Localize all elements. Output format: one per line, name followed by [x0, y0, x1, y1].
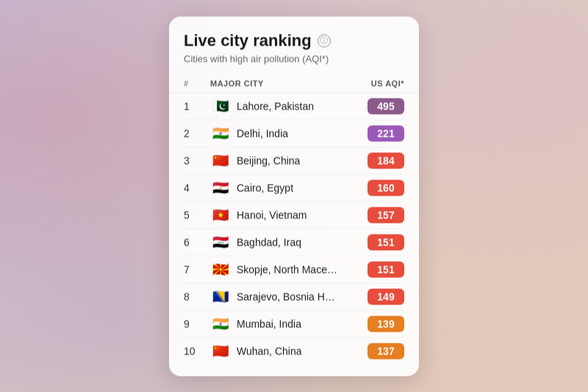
ranking-card: Live city ranking ⓘ Cities with high air… [169, 16, 419, 376]
table-row[interactable]: 3 🇨🇳 Beijing, China 184 [184, 147, 404, 174]
country-flag: 🇲🇰 [210, 263, 231, 277]
aqi-badge: 157 [345, 207, 404, 223]
table-body: 1 🇵🇰 Lahore, Pakistan 495 2 🇮🇳 Delhi, In… [169, 93, 419, 364]
aqi-value: 184 [368, 152, 404, 168]
aqi-badge: 151 [345, 234, 404, 250]
city-cell: 🇧🇦 Sarajevo, Bosnia Her... [210, 290, 345, 304]
city-cell: 🇨🇳 Beijing, China [210, 154, 345, 168]
aqi-badge: 149 [345, 288, 404, 304]
aqi-badge: 137 [345, 343, 404, 359]
table-row[interactable]: 1 🇵🇰 Lahore, Pakistan 495 [184, 93, 404, 120]
rank-number: 4 [184, 182, 210, 193]
aqi-value: 139 [368, 316, 404, 332]
aqi-badge: 151 [345, 261, 404, 277]
aqi-badge: 495 [345, 98, 404, 114]
city-name: Lahore, Pakistan [237, 100, 314, 112]
card-header: Live city ranking ⓘ Cities with high air… [169, 31, 419, 76]
city-name: Baghdad, Iraq [237, 236, 301, 248]
aqi-value: 151 [368, 261, 404, 277]
country-flag: 🇮🇳 [210, 317, 231, 331]
table-row[interactable]: 8 🇧🇦 Sarajevo, Bosnia Her... 149 [184, 283, 404, 310]
aqi-value: 157 [368, 207, 404, 223]
rank-number: 6 [184, 236, 210, 248]
country-flag: 🇪🇬 [210, 181, 231, 195]
info-icon[interactable]: ⓘ [318, 34, 331, 47]
country-flag: 🇮🇳 [210, 126, 231, 140]
aqi-value: 137 [368, 343, 404, 359]
aqi-value: 151 [368, 234, 404, 250]
city-cell: 🇮🇳 Delhi, India [210, 126, 345, 140]
country-flag: 🇵🇰 [210, 99, 231, 113]
table-row[interactable]: 9 🇮🇳 Mumbai, India 139 [184, 310, 404, 338]
aqi-badge: 139 [345, 316, 404, 332]
table-row[interactable]: 10 🇨🇳 Wuhan, China 137 [184, 338, 404, 364]
col-aqi-header: US AQI* [345, 79, 404, 88]
card-subtitle: Cities with high air pollution (AQI*) [184, 53, 404, 64]
rank-number: 2 [184, 127, 210, 139]
country-flag: 🇮🇶 [210, 235, 231, 249]
rank-number: 5 [184, 209, 210, 221]
city-name: Wuhan, China [237, 345, 301, 357]
card-title: Live city ranking [184, 31, 312, 50]
aqi-badge: 160 [345, 179, 404, 196]
table-header: # MAJOR CITY US AQI* [169, 76, 419, 93]
rank-number: 7 [184, 263, 210, 275]
rank-number: 1 [184, 100, 210, 112]
table-row[interactable]: 7 🇲🇰 Skopje, North Maced... 151 [184, 256, 404, 283]
rank-number: 8 [184, 291, 210, 302]
city-cell: 🇨🇳 Wuhan, China [210, 344, 345, 358]
city-name: Sarajevo, Bosnia Her... [237, 291, 340, 302]
table-row[interactable]: 6 🇮🇶 Baghdad, Iraq 151 [184, 229, 404, 256]
col-rank-header: # [184, 79, 210, 88]
rank-number: 10 [184, 345, 210, 357]
city-name: Hanoi, Vietnam [237, 209, 306, 221]
city-cell: 🇮🇶 Baghdad, Iraq [210, 235, 345, 249]
country-flag: 🇨🇳 [210, 344, 231, 358]
rank-number: 3 [184, 154, 210, 166]
aqi-value: 495 [368, 98, 404, 114]
title-row: Live city ranking ⓘ [184, 31, 404, 50]
city-name: Mumbai, India [237, 318, 301, 329]
city-name: Beijing, China [237, 154, 300, 166]
city-cell: 🇵🇰 Lahore, Pakistan [210, 99, 345, 113]
table-row[interactable]: 5 🇻🇳 Hanoi, Vietnam 157 [184, 202, 404, 229]
city-cell: 🇮🇳 Mumbai, India [210, 317, 345, 331]
table-row[interactable]: 4 🇪🇬 Cairo, Egypt 160 [184, 174, 404, 202]
aqi-value: 160 [368, 179, 404, 196]
aqi-badge: 184 [345, 152, 404, 168]
city-cell: 🇻🇳 Hanoi, Vietnam [210, 208, 345, 222]
rank-number: 9 [184, 318, 210, 329]
country-flag: 🇧🇦 [210, 290, 231, 304]
aqi-value: 221 [368, 125, 404, 141]
aqi-badge: 221 [345, 125, 404, 141]
aqi-value: 149 [368, 288, 404, 304]
table-row[interactable]: 2 🇮🇳 Delhi, India 221 [184, 120, 404, 147]
country-flag: 🇨🇳 [210, 154, 231, 168]
city-cell: 🇲🇰 Skopje, North Maced... [210, 263, 345, 277]
country-flag: 🇻🇳 [210, 208, 231, 222]
city-name: Skopje, North Maced... [237, 263, 340, 275]
city-cell: 🇪🇬 Cairo, Egypt [210, 181, 345, 195]
city-name: Cairo, Egypt [237, 182, 293, 193]
city-name: Delhi, India [237, 127, 288, 139]
col-city-header: MAJOR CITY [210, 79, 345, 88]
